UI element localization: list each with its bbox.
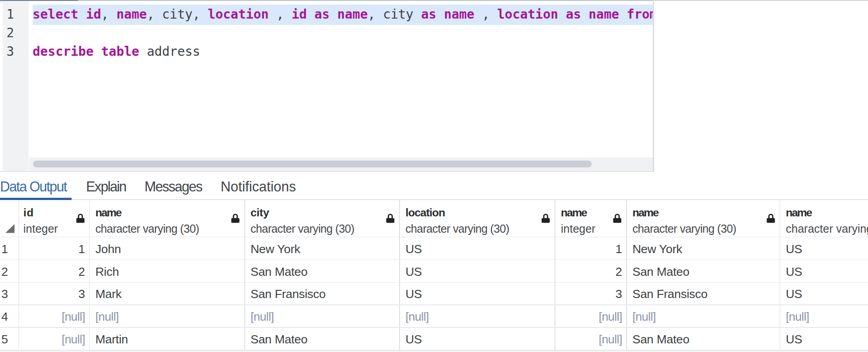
grid-cell[interactable]: John [96, 243, 245, 255]
grid-cell[interactable]: Martin [96, 333, 245, 346]
column-lock-icon [76, 213, 85, 223]
pgadmin-query-tool: { "colors": { "keyword": "#a41597", "cod… [0, 0, 868, 352]
select-all-corner-icon[interactable] [5, 224, 14, 233]
column-lock-icon [767, 213, 775, 223]
grid-cell[interactable]: 3 [20, 288, 85, 300]
grid-cell[interactable]: San Mateo [632, 333, 780, 346]
grid-bottom-strip [0, 351, 868, 352]
data-output-grid: idintegernamecharacter varying (30)cityc… [0, 200, 868, 352]
grid-cell[interactable]: US [786, 266, 868, 278]
sql-keyword-token: table [101, 44, 139, 59]
sql-token [619, 7, 627, 22]
tab-notifications[interactable]: Notifications [221, 179, 296, 194]
grid-cell[interactable]: San Mateo [251, 266, 400, 278]
grid-cell[interactable]: 1 [20, 243, 85, 255]
sql-token [414, 7, 421, 22]
grid-cell[interactable]: 2 [556, 266, 622, 278]
column-header-name[interactable]: location [405, 207, 445, 219]
sql-token [78, 7, 86, 22]
column-header-name[interactable]: id [24, 207, 34, 219]
sql-editor[interactable]: 123 select id, name, city, location , id… [0, 1, 654, 172]
row-border [0, 237, 868, 238]
grid-cell[interactable]: [null] [556, 311, 622, 323]
grid-cell[interactable]: US [405, 266, 555, 278]
column-header-name[interactable]: name [786, 207, 812, 219]
sql-keyword-token: describe [33, 44, 94, 59]
column-header-name[interactable]: city [251, 207, 269, 219]
grid-cell[interactable]: 3 [556, 288, 622, 300]
column-header-name[interactable]: name [561, 207, 587, 219]
sql-token: , [474, 7, 497, 22]
grid-cell[interactable]: New York [251, 243, 400, 255]
editor-gutter: 123 [3, 1, 29, 171]
sql-token [94, 44, 101, 59]
editor-gutter-top [0, 1, 29, 3]
editor-tabs-top-border-right [654, 0, 868, 1]
column-header-name[interactable]: name [96, 207, 121, 219]
sql-token [307, 7, 314, 22]
column-header-type: character varying (30) [251, 223, 354, 235]
grid-cell[interactable]: San Mateo [251, 333, 400, 346]
sql-token: city [162, 7, 193, 22]
row-number[interactable]: 5 [1, 333, 8, 346]
grid-cell[interactable]: San Fransisco [251, 288, 400, 300]
grid-cell[interactable]: US [786, 243, 868, 255]
grid-cell[interactable]: New York [632, 243, 780, 255]
grid-cell[interactable]: [null] [20, 333, 85, 346]
grid-cell[interactable]: US [405, 243, 555, 255]
lock-icon [76, 213, 85, 223]
line-number: 3 [6, 42, 14, 61]
sql-keyword-token: name [444, 7, 474, 22]
sql-token: , [368, 7, 383, 22]
lock-icon [231, 213, 240, 223]
column-header-type: character varying (30) [405, 223, 509, 235]
tab-messages[interactable]: Messages [145, 179, 202, 194]
sql-keyword-token: name [588, 7, 619, 22]
grid-cell[interactable]: San Fransisco [632, 288, 780, 300]
row-border [0, 304, 868, 305]
editor-horizontal-scrollbar[interactable] [29, 157, 654, 171]
grid-cell[interactable]: [null] [20, 311, 85, 323]
grid-cell[interactable]: [null] [251, 311, 400, 323]
grid-cell[interactable]: [null] [786, 311, 868, 323]
sql-token: city [383, 7, 413, 22]
grid-cell[interactable]: US [405, 333, 555, 346]
row-number[interactable]: 3 [1, 288, 8, 300]
lock-icon [541, 213, 550, 223]
grid-cell[interactable]: Mark [96, 288, 245, 300]
grid-cell[interactable]: [null] [556, 333, 622, 346]
sql-token: , [101, 7, 116, 22]
grid-cell[interactable]: 1 [556, 243, 622, 255]
column-lock-icon [231, 213, 240, 223]
line-number: 2 [6, 24, 14, 42]
lock-icon [613, 213, 622, 223]
tab-explain[interactable]: Explain [86, 179, 126, 194]
lock-icon [767, 213, 775, 223]
grid-cell[interactable]: San Mateo [632, 266, 780, 278]
tab-data-output[interactable]: Data Output [0, 179, 67, 194]
grid-cell[interactable]: [null] [632, 311, 780, 323]
sql-keyword-token: from [627, 7, 654, 22]
sql-token [436, 7, 444, 22]
row-number[interactable]: 1 [1, 243, 8, 255]
row-number[interactable]: 4 [1, 311, 8, 323]
editor-horizontal-scrollbar-thumb[interactable] [33, 161, 592, 167]
column-header-name[interactable]: name [632, 207, 658, 219]
row-number[interactable]: 2 [1, 266, 8, 278]
grid-cell[interactable]: 2 [20, 266, 85, 278]
grid-cell[interactable]: [null] [96, 311, 245, 323]
column-lock-icon [613, 213, 622, 223]
sql-keyword-token: id [292, 7, 307, 22]
grid-cell[interactable]: US [405, 288, 555, 300]
sql-token: , [269, 7, 291, 22]
lock-icon [386, 213, 395, 223]
grid-cell[interactable]: [null] [405, 311, 555, 323]
sql-keyword-token: as [314, 7, 330, 22]
grid-cell[interactable]: US [786, 288, 868, 300]
line-number: 1 [6, 5, 14, 24]
sql-keyword-token: as [566, 7, 581, 22]
grid-cell[interactable]: Rich [96, 266, 245, 278]
sql-keyword-token: as [421, 7, 436, 22]
grid-cell[interactable]: US [786, 333, 868, 346]
sql-token: , [147, 7, 162, 22]
